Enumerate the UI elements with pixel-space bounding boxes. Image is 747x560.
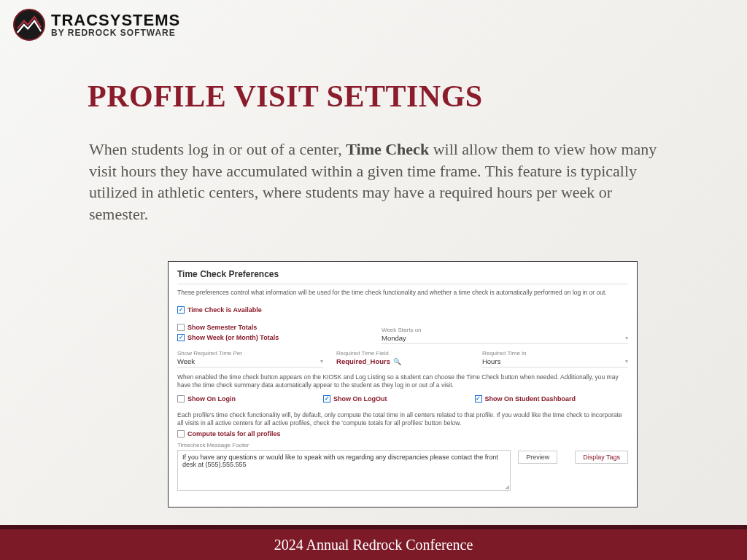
checkbox-icon	[177, 430, 185, 438]
checkbox-label: Show On LogOut	[333, 395, 387, 402]
body-bold: Time Check	[346, 140, 429, 158]
message-footer-label: Timecheck Message Footer	[177, 442, 511, 448]
logo-text-main: TRACSYSTEMS	[51, 12, 180, 28]
time-check-panel: Time Check Preferences These preferences…	[168, 261, 638, 508]
checkbox-label: Show On Login	[187, 395, 236, 402]
field-label: Required Time in	[482, 350, 628, 357]
checkbox-icon	[177, 334, 185, 341]
checkbox-icon	[177, 324, 185, 331]
checkbox-icon	[177, 395, 185, 402]
search-icon[interactable]: 🔍	[393, 358, 401, 365]
panel-note-1: When enabled the time check button appea…	[177, 373, 628, 389]
checkbox-label: Show Week (or Month) Totals	[187, 334, 279, 341]
field-value: Required_Hours	[336, 357, 390, 365]
field-value: Monday	[382, 334, 406, 342]
checkbox-label: Time Check is Available	[187, 306, 262, 314]
checkbox-icon	[177, 306, 185, 314]
checkbox-icon	[475, 395, 482, 402]
slide-footer: 2024 Annual Redrock Conference	[0, 525, 747, 560]
brand-logo: TRACSYSTEMS BY REDROCK SOFTWARE	[13, 9, 180, 41]
required-time-field[interactable]: Required Time Field Required_Hours 🔍	[336, 350, 469, 367]
checkbox-row-compute[interactable]: Compute totals for all profiles	[177, 430, 628, 438]
week-starts-field[interactable]: Week Starts on Monday ▾	[382, 327, 628, 344]
resize-handle-icon[interactable]	[505, 485, 509, 489]
message-footer-textarea[interactable]: If you have any questions or would like …	[177, 450, 511, 491]
checkbox-icon	[323, 395, 330, 402]
checkbox-label: Show On Student Dashboard	[485, 395, 576, 402]
checkbox-row-available[interactable]: Time Check is Available	[177, 306, 367, 314]
panel-title: Time Check Preferences	[177, 268, 628, 284]
chevron-down-icon: ▾	[625, 335, 628, 341]
chevron-down-icon: ▾	[320, 358, 323, 365]
checkbox-row-semester[interactable]: Show Semester Totals	[177, 324, 367, 331]
field-value: Hours	[482, 357, 500, 365]
checkbox-row-week[interactable]: Show Week (or Month) Totals	[177, 334, 367, 341]
message-footer-value: If you have any questions or would like …	[182, 454, 498, 468]
checkbox-label: Show Semester Totals	[187, 324, 257, 331]
display-tags-button[interactable]: Display Tags	[575, 451, 628, 464]
chevron-down-icon: ▾	[625, 358, 628, 365]
slide-body: When students log in or out of a center,…	[89, 139, 658, 225]
field-value: Week	[177, 357, 195, 365]
logo-text-sub: BY REDROCK SOFTWARE	[51, 28, 180, 37]
required-time-per-field[interactable]: Show Required Time Per Week ▾	[177, 350, 323, 368]
required-time-in-field[interactable]: Required Time in Hours ▾	[482, 350, 628, 368]
preview-button[interactable]: Preview	[518, 451, 557, 464]
checkbox-row-login[interactable]: Show On Login	[177, 395, 236, 402]
checkbox-label: Compute totals for all profiles	[187, 430, 281, 438]
checkbox-row-logout[interactable]: Show On LogOut	[323, 395, 387, 402]
panel-description: These preferences control what informati…	[177, 289, 628, 296]
field-label: Show Required Time Per	[177, 350, 323, 357]
panel-note-2: Each profile's time check functionality …	[177, 411, 628, 427]
field-label: Week Starts on	[382, 327, 628, 333]
checkbox-row-dashboard[interactable]: Show On Student Dashboard	[475, 395, 576, 402]
logo-mark-icon	[13, 9, 45, 41]
field-label: Required Time Field	[336, 350, 469, 357]
slide-title: PROFILE VISIT SETTINGS	[88, 79, 483, 114]
body-pre: When students log in or out of a center,	[89, 140, 346, 158]
footer-text: 2024 Annual Redrock Conference	[274, 537, 473, 553]
